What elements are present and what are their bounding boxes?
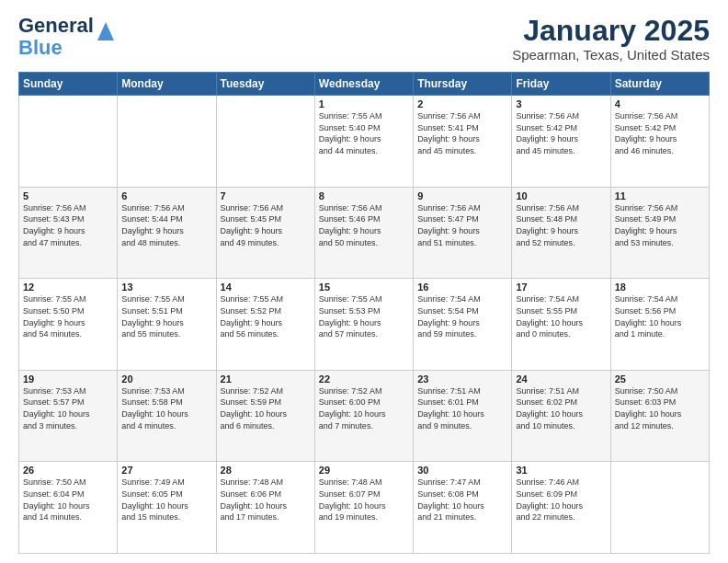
day-content: Sunrise: 7:54 AM Sunset: 5:54 PM Dayligh… <box>417 293 507 339</box>
day-number: 14 <box>221 282 311 293</box>
day-number: 3 <box>516 98 606 109</box>
calendar-day-cell <box>610 462 709 554</box>
page-title: January 2025 <box>512 15 710 47</box>
calendar-day-cell: 26Sunrise: 7:50 AM Sunset: 6:04 PM Dayli… <box>19 462 118 554</box>
calendar-day-cell: 6Sunrise: 7:56 AM Sunset: 5:44 PM Daylig… <box>118 187 216 279</box>
calendar-week-row: 1Sunrise: 7:55 AM Sunset: 5:40 PM Daylig… <box>19 96 710 188</box>
day-content: Sunrise: 7:56 AM Sunset: 5:44 PM Dayligh… <box>121 202 211 248</box>
calendar-day-cell: 20Sunrise: 7:53 AM Sunset: 5:58 PM Dayli… <box>118 370 216 462</box>
day-content: Sunrise: 7:56 AM Sunset: 5:48 PM Dayligh… <box>516 202 606 248</box>
calendar-week-row: 26Sunrise: 7:50 AM Sunset: 6:04 PM Dayli… <box>19 462 710 554</box>
calendar-day-cell: 22Sunrise: 7:52 AM Sunset: 6:00 PM Dayli… <box>314 370 413 462</box>
calendar-day-cell: 5Sunrise: 7:56 AM Sunset: 5:43 PM Daylig… <box>19 187 118 279</box>
day-number: 16 <box>417 282 507 293</box>
day-number: 29 <box>319 465 409 476</box>
calendar-day-cell: 21Sunrise: 7:52 AM Sunset: 5:59 PM Dayli… <box>216 370 314 462</box>
day-number: 21 <box>221 373 311 385</box>
calendar-day-cell: 1Sunrise: 7:55 AM Sunset: 5:40 PM Daylig… <box>314 96 413 188</box>
day-number: 13 <box>121 282 211 293</box>
title-block: January 2025 Spearman, Texas, United Sta… <box>512 15 710 63</box>
day-content: Sunrise: 7:48 AM Sunset: 6:06 PM Dayligh… <box>221 477 311 523</box>
day-number: 6 <box>121 190 211 201</box>
day-content: Sunrise: 7:55 AM Sunset: 5:53 PM Dayligh… <box>319 293 409 339</box>
calendar-week-row: 5Sunrise: 7:56 AM Sunset: 5:43 PM Daylig… <box>19 187 710 279</box>
logo-general: General <box>18 14 94 37</box>
weekday-header-tuesday: Tuesday <box>216 73 314 96</box>
logo-triangle-icon <box>97 22 114 40</box>
day-number: 9 <box>417 190 507 201</box>
day-number: 25 <box>615 373 705 385</box>
day-content: Sunrise: 7:56 AM Sunset: 5:43 PM Dayligh… <box>23 202 113 248</box>
day-number: 27 <box>121 465 211 476</box>
day-number: 20 <box>121 373 211 385</box>
day-number: 17 <box>516 282 606 293</box>
day-number: 26 <box>23 465 113 476</box>
day-content: Sunrise: 7:50 AM Sunset: 6:04 PM Dayligh… <box>23 477 113 523</box>
day-number: 30 <box>417 465 507 476</box>
calendar-day-cell: 23Sunrise: 7:51 AM Sunset: 6:01 PM Dayli… <box>414 370 512 462</box>
day-content: Sunrise: 7:55 AM Sunset: 5:50 PM Dayligh… <box>23 293 113 339</box>
logo: General Blue <box>18 15 114 59</box>
calendar-day-cell: 7Sunrise: 7:56 AM Sunset: 5:45 PM Daylig… <box>216 187 314 279</box>
day-number: 15 <box>319 282 409 293</box>
day-content: Sunrise: 7:56 AM Sunset: 5:41 PM Dayligh… <box>417 110 507 156</box>
calendar-day-cell: 28Sunrise: 7:48 AM Sunset: 6:06 PM Dayli… <box>216 462 314 554</box>
weekday-header-thursday: Thursday <box>414 73 512 96</box>
calendar-day-cell: 29Sunrise: 7:48 AM Sunset: 6:07 PM Dayli… <box>314 462 413 554</box>
day-content: Sunrise: 7:52 AM Sunset: 5:59 PM Dayligh… <box>221 385 311 431</box>
day-number: 7 <box>221 190 311 201</box>
calendar-day-cell: 8Sunrise: 7:56 AM Sunset: 5:46 PM Daylig… <box>314 187 413 279</box>
calendar-day-cell: 13Sunrise: 7:55 AM Sunset: 5:51 PM Dayli… <box>118 279 216 371</box>
day-content: Sunrise: 7:56 AM Sunset: 5:42 PM Dayligh… <box>615 110 705 156</box>
day-number: 22 <box>319 373 409 385</box>
calendar-week-row: 12Sunrise: 7:55 AM Sunset: 5:50 PM Dayli… <box>19 279 710 371</box>
weekday-header-friday: Friday <box>512 73 610 96</box>
calendar-day-cell: 14Sunrise: 7:55 AM Sunset: 5:52 PM Dayli… <box>216 279 314 371</box>
header: General Blue January 2025 Spearman, Texa… <box>18 15 710 63</box>
day-content: Sunrise: 7:50 AM Sunset: 6:03 PM Dayligh… <box>615 385 705 431</box>
calendar-day-cell: 16Sunrise: 7:54 AM Sunset: 5:54 PM Dayli… <box>414 279 512 371</box>
day-number: 11 <box>615 190 705 201</box>
calendar-day-cell: 19Sunrise: 7:53 AM Sunset: 5:57 PM Dayli… <box>19 370 118 462</box>
day-content: Sunrise: 7:51 AM Sunset: 6:02 PM Dayligh… <box>516 385 606 431</box>
day-content: Sunrise: 7:56 AM Sunset: 5:46 PM Dayligh… <box>319 202 409 248</box>
weekday-header-wednesday: Wednesday <box>314 73 413 96</box>
day-content: Sunrise: 7:53 AM Sunset: 5:58 PM Dayligh… <box>121 385 211 431</box>
calendar-day-cell: 31Sunrise: 7:46 AM Sunset: 6:09 PM Dayli… <box>512 462 610 554</box>
calendar-header-row: SundayMondayTuesdayWednesdayThursdayFrid… <box>19 73 710 96</box>
calendar-day-cell: 12Sunrise: 7:55 AM Sunset: 5:50 PM Dayli… <box>19 279 118 371</box>
day-content: Sunrise: 7:46 AM Sunset: 6:09 PM Dayligh… <box>516 477 606 523</box>
weekday-header-monday: Monday <box>118 73 216 96</box>
day-number: 8 <box>319 190 409 201</box>
day-number: 4 <box>615 98 705 109</box>
day-number: 24 <box>516 373 606 385</box>
calendar-day-cell: 27Sunrise: 7:49 AM Sunset: 6:05 PM Dayli… <box>118 462 216 554</box>
day-number: 23 <box>417 373 507 385</box>
calendar-day-cell: 4Sunrise: 7:56 AM Sunset: 5:42 PM Daylig… <box>610 96 709 188</box>
calendar-day-cell: 10Sunrise: 7:56 AM Sunset: 5:48 PM Dayli… <box>512 187 610 279</box>
calendar-day-cell: 11Sunrise: 7:56 AM Sunset: 5:49 PM Dayli… <box>610 187 709 279</box>
day-number: 28 <box>221 465 311 476</box>
day-content: Sunrise: 7:55 AM Sunset: 5:52 PM Dayligh… <box>221 293 311 339</box>
calendar-day-cell <box>19 96 118 188</box>
day-number: 18 <box>615 282 705 293</box>
day-content: Sunrise: 7:47 AM Sunset: 6:08 PM Dayligh… <box>417 477 507 523</box>
day-content: Sunrise: 7:54 AM Sunset: 5:55 PM Dayligh… <box>516 293 606 339</box>
calendar-day-cell: 18Sunrise: 7:54 AM Sunset: 5:56 PM Dayli… <box>610 279 709 371</box>
day-number: 2 <box>417 98 507 109</box>
day-number: 12 <box>23 282 113 293</box>
day-content: Sunrise: 7:55 AM Sunset: 5:40 PM Dayligh… <box>319 110 409 156</box>
day-content: Sunrise: 7:56 AM Sunset: 5:42 PM Dayligh… <box>516 110 606 156</box>
day-content: Sunrise: 7:49 AM Sunset: 6:05 PM Dayligh… <box>121 477 211 523</box>
day-content: Sunrise: 7:48 AM Sunset: 6:07 PM Dayligh… <box>319 477 409 523</box>
weekday-header-sunday: Sunday <box>19 73 118 96</box>
logo-blue: Blue <box>18 36 63 59</box>
day-content: Sunrise: 7:56 AM Sunset: 5:45 PM Dayligh… <box>221 202 311 248</box>
calendar-day-cell: 15Sunrise: 7:55 AM Sunset: 5:53 PM Dayli… <box>314 279 413 371</box>
calendar-day-cell: 17Sunrise: 7:54 AM Sunset: 5:55 PM Dayli… <box>512 279 610 371</box>
day-content: Sunrise: 7:55 AM Sunset: 5:51 PM Dayligh… <box>121 293 211 339</box>
calendar-week-row: 19Sunrise: 7:53 AM Sunset: 5:57 PM Dayli… <box>19 370 710 462</box>
calendar-day-cell: 30Sunrise: 7:47 AM Sunset: 6:08 PM Dayli… <box>414 462 512 554</box>
svg-marker-0 <box>97 22 114 40</box>
calendar-day-cell: 9Sunrise: 7:56 AM Sunset: 5:47 PM Daylig… <box>414 187 512 279</box>
